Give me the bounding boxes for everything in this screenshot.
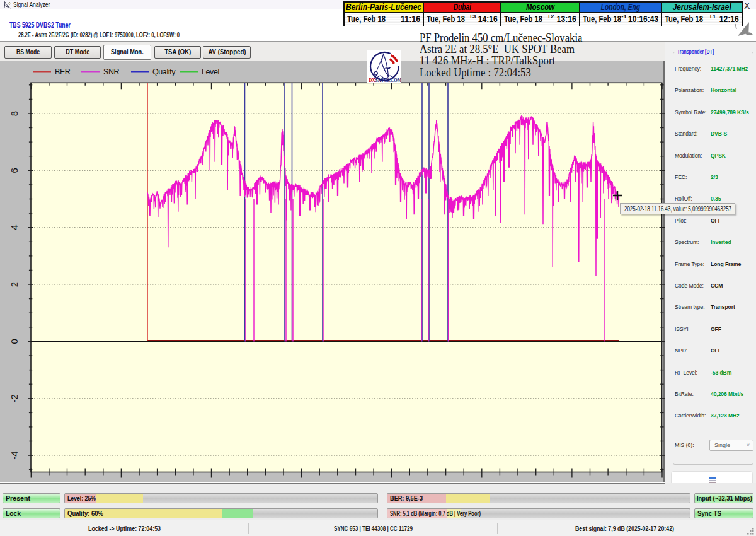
svg-text:-2: -2	[9, 394, 20, 402]
svg-text:Level: Level	[202, 67, 219, 76]
svg-text:8: 8	[9, 111, 20, 116]
svg-text:4: 4	[9, 225, 20, 230]
svg-text:BER: BER	[55, 67, 71, 76]
svg-text:DXSATCS.COM: DXSATCS.COM	[369, 78, 401, 83]
svg-text:-4: -4	[9, 451, 20, 459]
svg-text:2: 2	[9, 282, 20, 287]
svg-text:6: 6	[9, 168, 20, 173]
svg-text:0: 0	[9, 339, 20, 344]
svg-text:Quality: Quality	[152, 67, 176, 76]
svg-text:SNR: SNR	[103, 67, 120, 76]
